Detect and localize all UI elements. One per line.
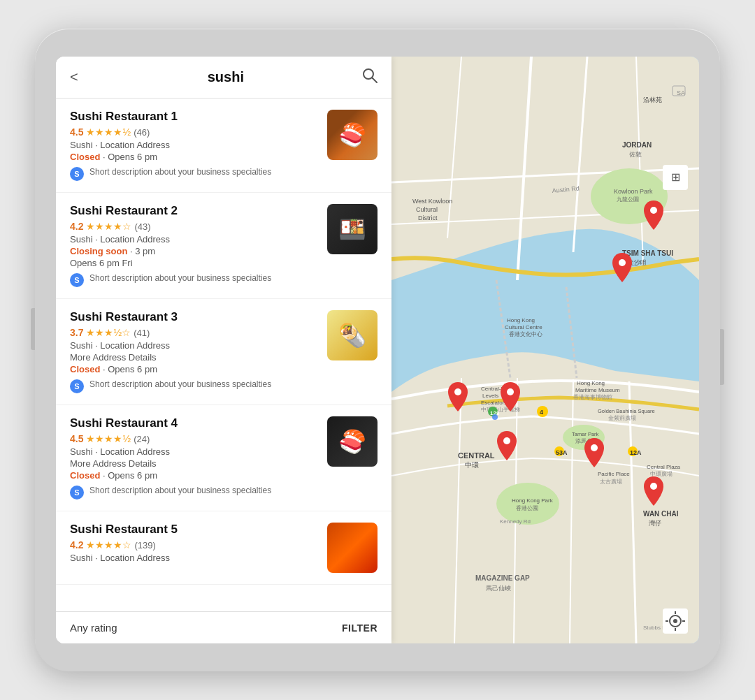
status-badge: Closing soon — [70, 246, 127, 256]
restaurant-name: Sushi Restaurant 5 — [70, 523, 319, 537]
svg-point-69 — [650, 207, 657, 214]
svg-text:Levels: Levels — [482, 393, 498, 399]
stars: ★★★½☆ — [86, 327, 131, 338]
search-icon — [362, 68, 378, 83]
review-count: (41) — [134, 328, 150, 338]
s-icon: S — [70, 379, 84, 393]
svg-text:中環廣場: 中環廣場 — [650, 471, 673, 477]
rating-row: 4.5 ★★★★½ (24) — [70, 433, 319, 444]
restaurant-name: Sushi Restaurant 2 — [70, 204, 319, 218]
restaurant-image — [327, 310, 378, 360]
address-line1: Sushi · Location Address — [70, 340, 319, 351]
filter-button[interactable]: FILTER — [342, 622, 378, 634]
status-line: Closed · Opens 6 pm — [70, 364, 319, 374]
svg-point-76 — [492, 414, 498, 420]
svg-text:Kennedy Rd: Kennedy Rd — [500, 518, 531, 525]
status-note: · 3 pm — [130, 246, 155, 256]
review-count: (46) — [134, 127, 150, 138]
stars: ★★★★½ — [86, 126, 131, 138]
description-row: S Short description about your business … — [70, 272, 319, 287]
home-button[interactable] — [720, 329, 724, 385]
description-text: Short description about your business sp… — [89, 379, 271, 391]
description-text: Short description about your business sp… — [89, 272, 271, 284]
result-content: Sushi Restaurant 1 4.5 ★★★★½ (46) Sushi … — [70, 110, 319, 181]
result-item-4[interactable]: Sushi Restaurant 4 4.5 ★★★★½ (24) Sushi … — [56, 405, 391, 511]
svg-text:香港文化中心: 香港文化中心 — [509, 331, 542, 337]
svg-point-70 — [619, 259, 626, 266]
tablet-frame: < sushi Sushi Restaurant 1 4.5 ★★★★½ (46… — [35, 29, 720, 671]
search-icon-button[interactable] — [362, 68, 378, 87]
svg-point-73 — [503, 437, 510, 444]
volume-button[interactable] — [31, 308, 35, 350]
result-content: Sushi Restaurant 2 4.2 ★★★★☆ (43) Sushi … — [70, 204, 319, 287]
svg-text:金紫荊廣場: 金紫荊廣場 — [608, 415, 636, 421]
restaurant-image — [327, 523, 378, 573]
svg-text:⊞: ⊞ — [671, 171, 680, 183]
svg-line-1 — [373, 78, 378, 83]
search-header: < sushi — [56, 57, 391, 99]
tablet-screen: < sushi Sushi Restaurant 1 4.5 ★★★★½ (46… — [56, 57, 699, 643]
svg-text:Pacific Place: Pacific Place — [598, 471, 630, 477]
result-item-5[interactable]: Sushi Restaurant 5 4.2 ★★★★☆ (139) Sushi… — [56, 511, 391, 585]
svg-text:Golden Bauhinia Square: Golden Bauhinia Square — [598, 408, 655, 414]
svg-text:Kowloon Park: Kowloon Park — [614, 188, 653, 195]
svg-text:TSIM SHA TSUI: TSIM SHA TSUI — [622, 249, 673, 257]
svg-text:香港海事博物館: 香港海事博物館 — [573, 394, 612, 400]
svg-text:Tamar Park: Tamar Park — [572, 431, 599, 437]
results-list: Sushi Restaurant 1 4.5 ★★★★½ (46) Sushi … — [56, 99, 391, 611]
svg-text:MAGAZINE GAP: MAGAZINE GAP — [475, 574, 530, 582]
address-line2: More Address Details — [70, 458, 319, 469]
svg-text:West Kowloon: West Kowloon — [412, 198, 452, 205]
svg-text:CENTRAL: CENTRAL — [458, 451, 495, 460]
svg-text:WAN CHAI: WAN CHAI — [643, 510, 679, 518]
description-row: S Short description about your business … — [70, 485, 319, 500]
svg-text:香港公園: 香港公園 — [516, 505, 538, 511]
s-icon: S — [70, 167, 84, 181]
stars: ★★★★½ — [86, 433, 131, 444]
rating-number: 4.2 — [70, 221, 83, 232]
description-text: Short description about your business sp… — [89, 485, 271, 497]
review-count: (139) — [134, 540, 155, 550]
rating-row: 3.7 ★★★½☆ (41) — [70, 327, 319, 338]
status-note: · Opens 6 pm — [103, 470, 157, 481]
svg-text:12A: 12A — [630, 449, 642, 456]
restaurant-name: Sushi Restaurant 3 — [70, 310, 319, 324]
status-note: · Opens 6 pm — [103, 152, 157, 162]
restaurant-name: Sushi Restaurant 4 — [70, 416, 319, 430]
description-text: Short description about your business sp… — [89, 166, 271, 178]
status-line: Closed · Opens 6 pm — [70, 470, 319, 481]
svg-text:District: District — [418, 214, 438, 221]
description-row: S Short description about your business … — [70, 166, 319, 181]
rating-row: 4.2 ★★★★☆ (139) — [70, 539, 319, 550]
search-title: sushi — [89, 69, 362, 85]
svg-text:Maritime Museum: Maritime Museum — [575, 387, 620, 393]
svg-point-81 — [673, 619, 677, 623]
result-item-2[interactable]: Sushi Restaurant 2 4.2 ★★★★☆ (43) Sushi … — [56, 193, 391, 299]
svg-text:灣仔: 灣仔 — [649, 520, 661, 527]
status-line: Closing soon · 3 pm — [70, 246, 319, 256]
svg-text:Cultural Centre: Cultural Centre — [505, 324, 542, 330]
result-item-3[interactable]: Sushi Restaurant 3 3.7 ★★★½☆ (41) Sushi … — [56, 299, 391, 405]
review-count: (43) — [134, 221, 150, 232]
search-panel: < sushi Sushi Restaurant 1 4.5 ★★★★½ (46… — [56, 57, 391, 643]
result-item-1[interactable]: Sushi Restaurant 1 4.5 ★★★★½ (46) Sushi … — [56, 99, 391, 193]
svg-point-71 — [454, 388, 461, 395]
svg-text:Central Plaza: Central Plaza — [647, 464, 681, 470]
description-row: S Short description about your business … — [70, 379, 319, 393]
rating-filter[interactable]: Any rating — [70, 622, 117, 634]
back-button[interactable]: < — [70, 69, 78, 85]
result-content: Sushi Restaurant 3 3.7 ★★★½☆ (41) Sushi … — [70, 310, 319, 393]
svg-text:Cultural: Cultural — [416, 206, 438, 213]
map-panel[interactable]: Austin Rd Kowloon Park 九龍公園 TSIM SHA TSU… — [391, 57, 699, 643]
address-line2: More Address Details — [70, 352, 319, 363]
svg-text:佐敦: 佐敦 — [629, 151, 642, 158]
svg-point-75 — [650, 483, 657, 490]
status-badge: Closed — [70, 364, 100, 374]
address-line1: Sushi · Location Address — [70, 234, 319, 245]
status-note2: Opens 6 pm Fri — [70, 258, 319, 268]
s-icon: S — [70, 273, 84, 287]
rating-row: 4.5 ★★★★½ (46) — [70, 126, 319, 138]
svg-text:馬己仙峽: 馬己仙峽 — [485, 585, 511, 592]
result-content: Sushi Restaurant 5 4.2 ★★★★☆ (139) Sushi… — [70, 523, 319, 564]
restaurant-image — [327, 204, 378, 254]
